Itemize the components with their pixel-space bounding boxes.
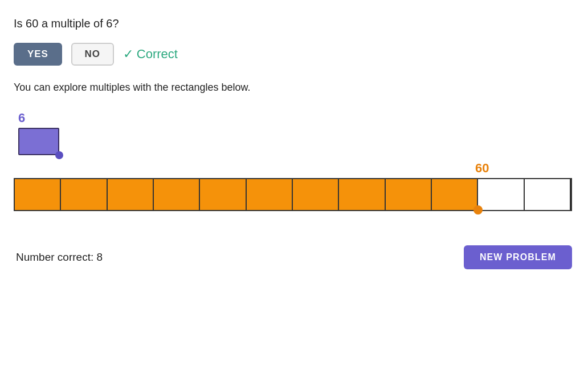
bar-cell-11: [478, 179, 524, 210]
correct-check-icon: ✓: [123, 47, 133, 62]
bar-cell-1: [15, 179, 61, 210]
bar-cell-10: [432, 179, 478, 210]
small-rect-dot: [55, 151, 63, 159]
number-correct-label: Number correct: 8: [16, 251, 103, 264]
no-button[interactable]: NO: [71, 43, 114, 66]
correct-text: Correct: [137, 47, 178, 62]
small-rect-container: [18, 128, 59, 155]
small-rect-section: 6: [14, 111, 574, 155]
bar-cell-2: [61, 179, 107, 210]
bar-cell-4: [154, 179, 200, 210]
bottom-row: Number correct: 8 NEW PROBLEM: [14, 245, 574, 269]
bar-cell-7: [293, 179, 339, 210]
yes-button[interactable]: YES: [14, 43, 62, 66]
answer-row: YES NO ✓ Correct: [14, 43, 574, 66]
small-rect-number: 6: [18, 111, 25, 126]
bar-dot: [473, 205, 483, 215]
correct-feedback: ✓ Correct: [123, 47, 178, 62]
bar-cell-8: [339, 179, 385, 210]
small-rectangle[interactable]: [18, 128, 59, 155]
bar-cell-3: [108, 179, 154, 210]
bar-cell-6: [247, 179, 293, 210]
bar-target-number: 60: [475, 161, 489, 176]
question-text: Is 60 a multiple of 6?: [14, 17, 574, 30]
new-problem-button[interactable]: NEW PROBLEM: [464, 245, 572, 269]
bar-track[interactable]: [14, 178, 572, 211]
bar-cell-5: [200, 179, 246, 210]
bar-section: 60: [14, 178, 574, 211]
bar-cell-12: [525, 179, 571, 210]
explore-text: You can explore multiples with the recta…: [14, 82, 574, 94]
bar-cell-9: [386, 179, 432, 210]
